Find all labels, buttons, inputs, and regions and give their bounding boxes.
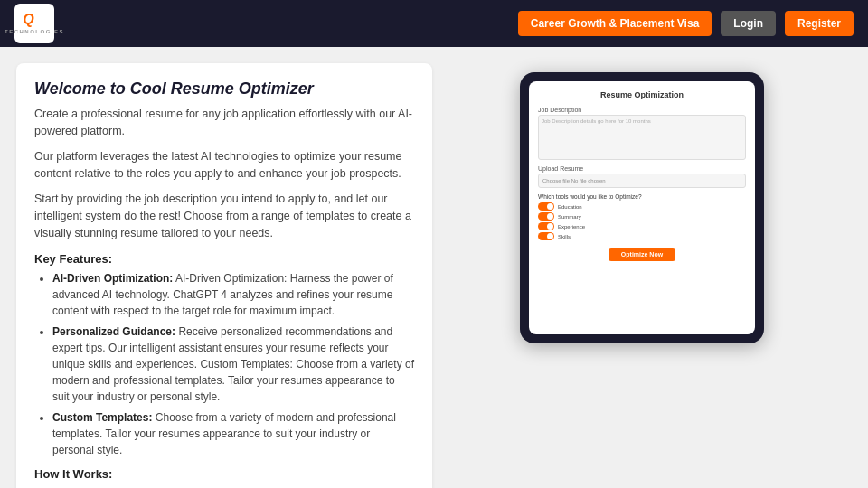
- intro-3: Start by providing the job description y…: [34, 191, 414, 243]
- tablet-job-label: Job Description: [538, 107, 746, 113]
- how-list: Input Information: Provide the job descr…: [34, 485, 414, 488]
- intro-2: Our platform leverages the latest AI tec…: [34, 148, 414, 183]
- feature-2: Personalized Guidance: Receive personali…: [52, 324, 414, 405]
- right-panel: Resume Optimization Job Description Job …: [432, 63, 852, 488]
- header: Qult TECHNOLOGIES Career Growth & Placem…: [0, 0, 868, 47]
- header-nav: Career Growth & Placement Visa Login Reg…: [518, 11, 854, 36]
- tablet-screen: Resume Optimization Job Description Job …: [529, 81, 755, 334]
- logo-area: Qult TECHNOLOGIES: [14, 4, 54, 43]
- left-panel: Welcome to Cool Resume Optimizer Create …: [16, 63, 432, 488]
- tablet-upload-input[interactable]: Choose file No file chosen: [538, 174, 746, 188]
- login-btn[interactable]: Login: [721, 11, 776, 36]
- toggle-pill-summary[interactable]: [538, 212, 554, 221]
- toggle-pill-skills[interactable]: [538, 232, 554, 240]
- toggle-experience[interactable]: Experience: [538, 222, 746, 230]
- logo: Qult TECHNOLOGIES: [14, 4, 54, 43]
- feature-3: Custom Templates: Choose from a variety …: [52, 409, 414, 458]
- main-content: Welcome to Cool Resume Optimizer Create …: [0, 47, 868, 488]
- step-1: Input Information: Provide the job descr…: [52, 485, 414, 488]
- how-it-works-title: How It Works:: [34, 467, 414, 481]
- hero-title: Welcome to Cool Resume Optimizer: [34, 80, 414, 99]
- toggle-education[interactable]: Education: [538, 202, 746, 211]
- register-btn[interactable]: Register: [785, 11, 854, 36]
- toggle-pill-experience[interactable]: [538, 222, 554, 230]
- tablet-toggles: Which tools would you like to Optimize? …: [538, 193, 746, 240]
- optimize-btn[interactable]: Optimize Now: [609, 248, 675, 261]
- tablet-title: Resume Optimization: [538, 90, 746, 99]
- tablet-job-textarea[interactable]: Job Description details go here for 10 m…: [538, 115, 746, 160]
- features-list: AI-Driven Optimization: AI-Driven Optimi…: [34, 270, 414, 458]
- tablet-mockup: Resume Optimization Job Description Job …: [520, 72, 764, 343]
- toggle-skills[interactable]: Skills: [538, 232, 746, 240]
- key-features-title: Key Features:: [34, 252, 414, 266]
- intro-1: Create a professional resume for any job…: [34, 106, 414, 141]
- career-btn[interactable]: Career Growth & Placement Visa: [518, 11, 712, 36]
- tablet-toggle-label: Which tools would you like to Optimize?: [538, 193, 746, 200]
- toggle-pill-education[interactable]: [538, 202, 554, 211]
- toggle-summary[interactable]: Summary: [538, 212, 746, 221]
- feature-1: AI-Driven Optimization: AI-Driven Optimi…: [52, 270, 414, 319]
- tablet-upload-label: Upload Resume: [538, 165, 746, 172]
